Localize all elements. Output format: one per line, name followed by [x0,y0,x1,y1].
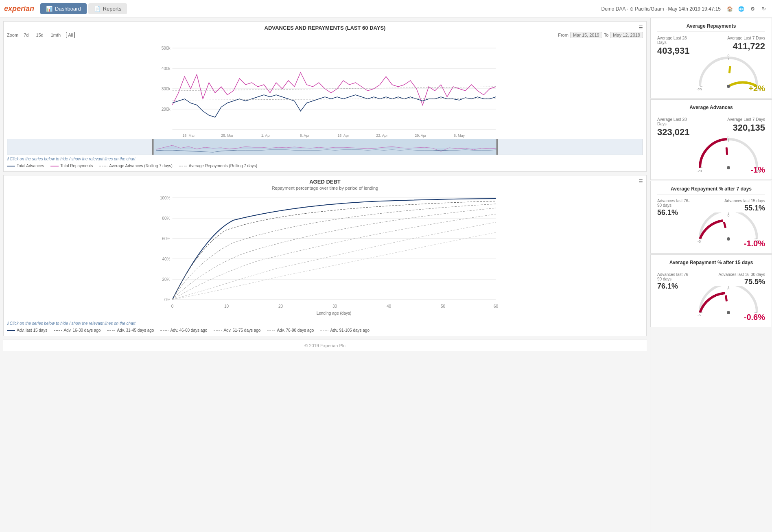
from-label: From [558,33,569,37]
zoom-all[interactable]: All [66,32,75,38]
zoom-15d[interactable]: 15d [34,32,45,38]
tab-dashboard[interactable]: 📊 Dashboard [40,3,87,14]
legend-adv-76-90[interactable]: Adv. 76-90 days ago [267,328,314,333]
svg-text:60: 60 [494,304,499,309]
avg-repayments-gauge-value: +2% [748,84,765,93]
svg-text:10: 10 [224,304,229,309]
svg-point-62 [727,85,730,88]
svg-rect-21 [152,139,498,155]
svg-text:20%: 20% [162,277,170,282]
avg-advances-row: Average Last 28 Days 323,021 Average Las… [657,117,765,175]
avg-advances-right-value: 320,135 [692,123,765,133]
refresh-icon[interactable]: ↻ [760,5,768,13]
legend-avg-repayments[interactable]: Average Repayments (Rolling 7 days) [179,164,257,168]
legend-adv-16-30[interactable]: Adv. 16-30 days ago [54,328,101,333]
zoom-7d[interactable]: 7d [22,32,31,38]
legend-adv-91-105[interactable]: Adv. 91-105 days ago [320,328,370,333]
home-icon[interactable]: 🏠 [726,5,734,13]
avg-repayments-card: Average Repayments Average Last 28 Days … [650,18,772,99]
header-icons: 🏠 🌐 ⚙ ↻ [726,5,768,13]
avg-advances-card: Average Advances Average Last 28 Days 32… [650,99,772,180]
aged-debt-svg-wrapper: 100% 80% 60% 40% 20% 0% [7,194,643,321]
svg-text:1. Apr: 1. Apr [261,134,271,138]
navigator-svg [7,139,643,155]
svg-text:8. Apr: 8. Apr [300,134,310,138]
footer-text: © 2019 Experian Plc [304,343,345,348]
chart-menu-icon[interactable]: ☰ [639,25,643,31]
avg-repayments-right-period: Average Last 7 Days [692,36,765,40]
avg-advances-title: Average Advances [657,105,765,113]
globe-icon[interactable]: 🌐 [737,5,745,13]
gauge-7d-svg: -5 0 5 [692,212,765,243]
aged-debt-title: AGED DEBT [7,179,643,185]
repayment-15d-right-period: Advances last 16-30 days [692,272,765,277]
navigator[interactable] [7,139,643,155]
repayment-7d-row: Advances last 76-90 days 56.1% Advances … [657,199,765,248]
svg-text:Lending age (days): Lending age (days) [317,311,352,315]
avg-advances-gauge-value: -1% [750,165,765,175]
gauge-15d-svg: -5 0 5 [692,286,765,317]
svg-rect-69 [726,147,728,155]
svg-text:100%: 100% [160,196,171,200]
legend-adv-15[interactable]: Adv. last 15 days [7,328,47,333]
svg-text:29. Apr: 29. Apr [415,134,426,138]
repayment-7d-gauge-value: -1.0% [744,239,765,248]
repayment-7d-left: Advances last 76-90 days 56.1% [657,199,692,217]
reports-icon: 📄 [94,6,101,12]
repayment-15d-left-period: Advances last 76-90 days [657,272,692,281]
legend-total-advances[interactable]: Total Advances [7,164,44,168]
repayment-7d-card: Average Repayment % after 7 days Advance… [650,181,772,254]
footer: © 2019 Experian Plc [3,339,647,351]
repayment-7d-title: Average Repayment % after 7 days [657,186,765,195]
legend-info-advances: ℹ Click on the series below to hide / sh… [7,157,643,161]
legend-adv-31-45[interactable]: Adv. 31-45 days ago [107,328,154,333]
repayment-15d-gauge-value: -0.6% [744,313,765,322]
svg-text:50: 50 [441,304,446,309]
repayment-7d-right: Advances last 15 days 55.1% -5 0 5 [692,199,765,248]
svg-text:0: 0 [727,135,729,139]
avg-advances-right: Average Last 7 Days 320,135 -20 0 [692,117,765,175]
svg-rect-85 [725,295,728,302]
right-panel: Average Repayments Average Last 28 Days … [650,18,772,532]
charts-panel: ADVANCES AND REPAYMENTS (LAST 60 DAYS) ☰… [0,18,650,532]
svg-rect-23 [496,139,498,155]
legend-adv-61-75[interactable]: Adv. 61-75 days ago [214,328,260,333]
svg-text:0%: 0% [164,298,171,302]
svg-text:200k: 200k [162,107,171,112]
tab-reports[interactable]: 📄 Reports [88,3,127,14]
svg-point-70 [727,166,730,169]
avg-advances-left: Average Last 28 Days 323,021 [657,117,692,138]
aged-debt-subtitle: Repayment percentage over time by period… [7,186,643,190]
zoom-controls: Zoom 7d 15d 1mth All From Mar 15, 2019 T… [7,32,643,38]
aged-debt-menu-icon[interactable]: ☰ [639,179,643,184]
avg-advances-left-value: 323,021 [657,127,692,138]
legend-total-repayments[interactable]: Total Repayments [50,164,93,168]
svg-text:20: 20 [278,304,283,309]
gear-icon[interactable]: ⚙ [748,5,757,13]
svg-text:500k: 500k [162,46,171,50]
svg-rect-61 [728,66,731,73]
to-date: May 12, 2019 [610,32,643,38]
avg-advances-right-period: Average Last 7 Days [692,117,765,122]
repayment-15d-gauge: -5 0 5 -0.6% [692,286,765,322]
header: experian 📊 Dashboard 📄 Reports Demo DAA … [0,0,772,18]
repayment-15d-row: Advances last 76-90 days 76.1% Advances … [657,272,765,322]
legend-adv-46-60[interactable]: Adv. 46-60 days ago [160,328,207,333]
tab-dashboard-label: Dashboard [55,6,81,12]
avg-repayments-left-value: 403,931 [657,46,692,56]
repayment-7d-right-period: Advances last 15 days [692,199,765,203]
svg-text:18. Mar: 18. Mar [182,134,195,138]
svg-point-86 [727,311,730,314]
zoom-1mth[interactable]: 1mth [49,32,63,38]
svg-text:40: 40 [387,304,391,309]
repayment-15d-left: Advances last 76-90 days 76.1% [657,272,692,291]
svg-text:-5: -5 [698,313,701,317]
repayment-15d-left-value: 76.1% [657,282,692,291]
zoom-label: Zoom [7,33,18,37]
svg-text:0: 0 [727,54,729,58]
nav-tabs: 📊 Dashboard 📄 Reports [40,3,127,14]
legend-avg-advances[interactable]: Average Advances (Rolling 7 days) [99,164,172,168]
header-right: Demo DAA · ⊙ Pacific/Guam · May 14th 201… [601,5,768,13]
svg-rect-77 [723,222,726,228]
svg-text:25. Mar: 25. Mar [221,134,234,138]
